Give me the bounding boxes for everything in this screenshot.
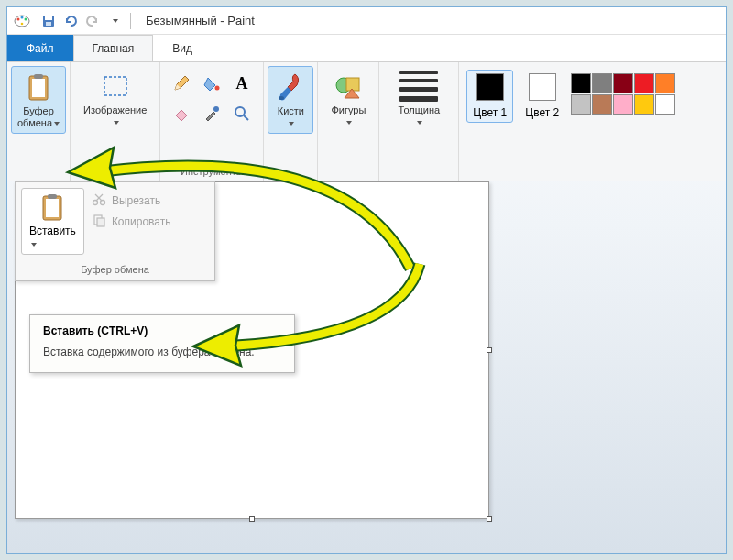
color2-label: Цвет 2 <box>525 106 559 119</box>
shapes-button[interactable]: Фигуры <box>325 66 371 132</box>
color1-label: Цвет 1 <box>473 106 507 119</box>
app-icon <box>13 12 31 30</box>
palette-swatch[interactable] <box>655 73 675 93</box>
tab-view[interactable]: Вид <box>153 35 212 61</box>
svg-point-15 <box>235 107 245 116</box>
svg-marker-30 <box>68 148 115 188</box>
text-tool[interactable]: A <box>228 70 256 97</box>
redo-button[interactable] <box>82 11 103 31</box>
size-button[interactable]: Толщина <box>387 66 451 132</box>
undo-button[interactable] <box>60 11 81 31</box>
qat-customize-button[interactable] <box>104 11 125 31</box>
resize-handle-corner[interactable] <box>487 516 492 522</box>
svg-marker-31 <box>193 325 241 366</box>
shapes-icon <box>334 70 363 103</box>
shapes-label: Фигуры <box>331 104 366 115</box>
image-label: Изображение <box>83 104 147 115</box>
picker-tool[interactable] <box>198 100 225 127</box>
pencil-tool[interactable] <box>168 70 195 97</box>
svg-rect-7 <box>46 22 51 26</box>
color2-button[interactable]: Цвет 2 <box>519 70 565 123</box>
brush-icon <box>275 71 306 104</box>
svg-point-2 <box>21 16 24 18</box>
save-button[interactable] <box>38 11 59 31</box>
title-bar: Безымянный - Paint <box>7 7 726 35</box>
svg-point-4 <box>21 22 24 25</box>
resize-handle-bottom[interactable] <box>249 516 255 522</box>
clipboard-button[interactable]: Буфер обмена <box>11 66 66 134</box>
fill-tool[interactable] <box>198 70 225 97</box>
svg-point-14 <box>213 106 219 112</box>
color1-swatch <box>476 73 504 101</box>
palette-swatch[interactable] <box>634 94 654 115</box>
group-clipboard: Буфер обмена <box>7 62 71 181</box>
tab-home[interactable]: Главная <box>73 35 154 61</box>
color-palette <box>571 70 675 123</box>
eraser-tool[interactable] <box>168 100 195 127</box>
svg-point-3 <box>25 17 27 20</box>
color2-swatch <box>529 73 556 101</box>
svg-text:A: A <box>236 74 248 93</box>
svg-point-17 <box>279 96 284 100</box>
select-icon <box>101 70 130 103</box>
palette-swatch[interactable] <box>571 94 591 115</box>
svg-rect-6 <box>45 16 52 20</box>
svg-rect-22 <box>46 199 59 217</box>
ribbon-tabs: Файл Главная Вид <box>7 35 726 62</box>
svg-point-12 <box>215 86 220 91</box>
svg-rect-10 <box>34 74 43 79</box>
brushes-label: Кисти <box>278 105 304 116</box>
clipboard-icon <box>25 71 52 104</box>
palette-swatch[interactable] <box>613 73 633 93</box>
palette-swatch[interactable] <box>592 73 612 93</box>
size-label: Толщина <box>399 104 441 115</box>
zoom-tool[interactable] <box>228 100 256 127</box>
svg-rect-11 <box>104 77 126 95</box>
svg-rect-9 <box>32 79 45 97</box>
window-title: Безымянный - Paint <box>146 14 255 27</box>
palette-swatch[interactable] <box>613 94 633 115</box>
palette-swatch[interactable] <box>634 73 654 93</box>
color1-button[interactable]: Цвет 1 <box>466 70 513 123</box>
palette-swatch[interactable] <box>655 94 675 115</box>
image-select-button[interactable]: Изображение <box>78 66 152 132</box>
group-colors: Цвет 1 Цвет 2 <box>459 62 683 181</box>
quick-access-toolbar <box>38 11 125 31</box>
svg-rect-23 <box>48 194 57 199</box>
palette-swatch[interactable] <box>592 94 612 115</box>
size-icon <box>396 70 442 103</box>
tab-file[interactable]: Файл <box>7 35 73 61</box>
svg-rect-19 <box>346 78 359 91</box>
separator <box>130 13 131 29</box>
resize-handle-right[interactable] <box>487 347 492 353</box>
annotation-arrow-2 <box>186 259 433 369</box>
palette-swatch[interactable] <box>571 73 591 93</box>
clipboard-label: Буфер обмена <box>17 105 54 128</box>
brushes-button[interactable]: Кисти <box>268 66 313 134</box>
svg-point-1 <box>17 17 20 20</box>
svg-line-16 <box>244 115 248 120</box>
